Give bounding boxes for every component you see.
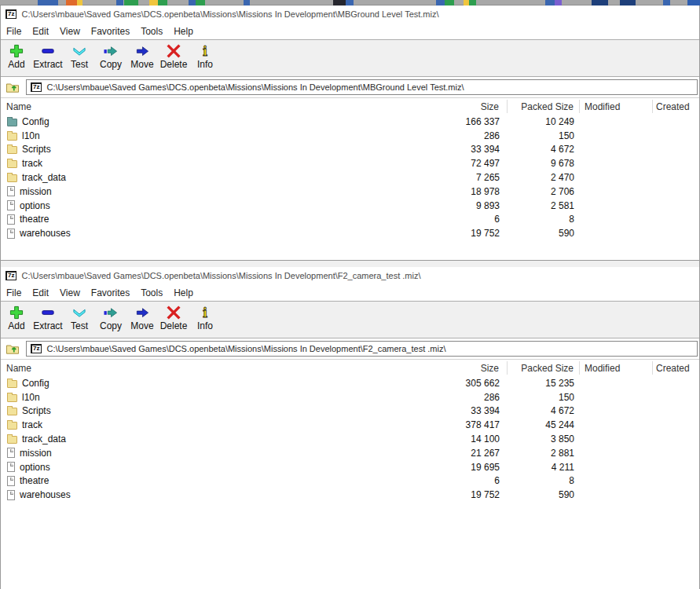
toolbar: Add Extract Test Copy Move Delete i Info [1, 302, 699, 338]
column-header-created[interactable]: Created [653, 361, 699, 375]
titlebar[interactable]: 7z C:\Users\mbaue\Saved Games\DCS.openbe… [1, 267, 699, 284]
up-folder-button[interactable] [3, 341, 22, 357]
cell-packed-size: 150 [508, 392, 580, 403]
add-button[interactable]: Add [1, 44, 32, 70]
test-button[interactable]: Test [64, 305, 95, 331]
table-row[interactable]: warehouses 19 752 590 [1, 488, 699, 502]
delete-button[interactable]: Delete [158, 44, 189, 70]
table-row[interactable]: theatre 6 8 [1, 213, 699, 227]
menu-tools[interactable]: Tools [135, 26, 168, 37]
menu-edit[interactable]: Edit [27, 26, 54, 37]
cell-name: track [1, 419, 441, 430]
cell-packed-size: 2 706 [508, 186, 580, 197]
menu-favorites[interactable]: Favorites [86, 26, 135, 37]
column-header-packed-size[interactable]: Packed Size [508, 100, 580, 113]
tool-label: Info [197, 59, 213, 70]
column-header-modified[interactable]: Modified [580, 100, 653, 113]
table-row[interactable]: Scripts 33 394 4 672 [1, 404, 699, 419]
table-row[interactable]: mission 18 978 2 706 [1, 185, 699, 199]
up-folder-button[interactable] [3, 79, 22, 95]
file-list: Config 166 337 10 249 l10n 286 150 Scrip… [1, 115, 699, 260]
table-row[interactable]: Scripts 33 394 4 672 [1, 143, 699, 157]
menu-tools[interactable]: Tools [135, 287, 168, 298]
address-path: C:\Users\mbaue\Saved Games\DCS.openbeta\… [46, 344, 445, 353]
menu-help[interactable]: Help [168, 287, 199, 298]
cell-packed-size: 2 470 [508, 172, 580, 183]
tool-label: Add [8, 59, 24, 70]
table-row[interactable]: l10n 286 150 [1, 390, 699, 404]
extract-button[interactable]: Extract [32, 44, 64, 70]
column-header-created[interactable]: Created [653, 100, 699, 113]
delete-button[interactable]: Delete [158, 305, 189, 331]
file-icon [7, 476, 15, 486]
test-button[interactable]: Test [64, 44, 95, 70]
tool-label: Test [71, 59, 88, 70]
table-row[interactable]: l10n 286 150 [1, 129, 699, 143]
table-row[interactable]: theatre 6 8 [1, 474, 699, 488]
background-window-fragment [244, 0, 250, 5]
address-input[interactable]: 7z C:\Users\mbaue\Saved Games\DCS.openbe… [26, 341, 698, 357]
move-arrow-icon [134, 305, 151, 320]
menu-view[interactable]: View [54, 26, 86, 37]
cell-name: l10n [1, 392, 441, 403]
info-button[interactable]: i Info [189, 305, 221, 331]
menu-edit[interactable]: Edit [27, 287, 54, 298]
column-header-name[interactable]: Name [1, 361, 441, 375]
copy-button[interactable]: Copy [95, 44, 126, 70]
menu-favorites[interactable]: Favorites [86, 287, 135, 298]
column-header-size[interactable]: Size [441, 100, 508, 113]
table-row[interactable]: options 19 695 4 211 [1, 460, 699, 474]
info-icon: i [196, 44, 214, 58]
table-row[interactable]: track 72 497 9 678 [1, 156, 699, 170]
cell-packed-size: 2 581 [508, 200, 580, 211]
file-icon [7, 186, 15, 196]
item-name: warehouses [20, 489, 71, 500]
cell-size: 19 752 [441, 489, 508, 500]
7zip-window-1: 7z C:\Users\mbaue\Saved Games\DCS.openbe… [0, 5, 700, 267]
tool-label: Delete [160, 59, 188, 70]
info-button[interactable]: i Info [189, 44, 221, 70]
item-name: Config [22, 378, 49, 389]
menu-bar: File Edit View Favorites Tools Help [1, 284, 699, 302]
background-window-fragment [77, 0, 82, 5]
menu-file[interactable]: File [1, 26, 27, 37]
column-header-name[interactable]: Name [1, 100, 441, 113]
add-button[interactable]: Add [1, 305, 32, 331]
column-header-size[interactable]: Size [441, 361, 508, 375]
titlebar[interactable]: 7z C:\Users\mbaue\Saved Games\DCS.openbe… [1, 5, 699, 23]
background-window-fragment [663, 0, 670, 5]
item-name: track_data [22, 434, 66, 444]
table-row[interactable]: warehouses 19 752 590 [1, 226, 699, 240]
menu-help[interactable]: Help [168, 26, 199, 37]
background-window-fragment [116, 0, 123, 5]
extract-minus-icon [39, 44, 57, 58]
move-button[interactable]: Move [126, 44, 158, 70]
table-row[interactable]: Config 305 662 15 235 [1, 376, 699, 390]
address-input[interactable]: 7z C:\Users\mbaue\Saved Games\DCS.openbe… [26, 79, 698, 95]
background-window-fragment [445, 0, 454, 5]
cell-packed-size: 4 211 [508, 462, 580, 473]
extract-button[interactable]: Extract [32, 305, 64, 331]
item-name: warehouses [20, 228, 71, 239]
column-header-modified[interactable]: Modified [580, 361, 653, 375]
cell-packed-size: 4 672 [508, 405, 580, 416]
info-icon: i [196, 305, 214, 320]
menu-view[interactable]: View [54, 287, 86, 298]
7z-file-icon: 7z [31, 82, 42, 92]
folder-icon [7, 422, 17, 430]
window-bottom-edge [1, 260, 699, 267]
table-row[interactable]: Config 166 337 10 249 [1, 115, 699, 129]
cell-name: theatre [1, 214, 441, 225]
table-row[interactable]: track_data 7 265 2 470 [1, 170, 699, 185]
table-row[interactable]: track_data 14 100 3 850 [1, 432, 699, 446]
cell-name: l10n [1, 130, 441, 141]
table-row[interactable]: track 378 417 45 244 [1, 418, 699, 432]
column-header-packed-size[interactable]: Packed Size [508, 361, 580, 375]
table-row[interactable]: options 9 893 2 581 [1, 199, 699, 213]
svg-text:i: i [203, 44, 207, 58]
move-button[interactable]: Move [126, 305, 158, 331]
copy-button[interactable]: Copy [95, 305, 126, 331]
tool-label: Info [197, 320, 213, 331]
menu-file[interactable]: File [1, 287, 27, 298]
table-row[interactable]: mission 21 267 2 881 [1, 446, 699, 460]
